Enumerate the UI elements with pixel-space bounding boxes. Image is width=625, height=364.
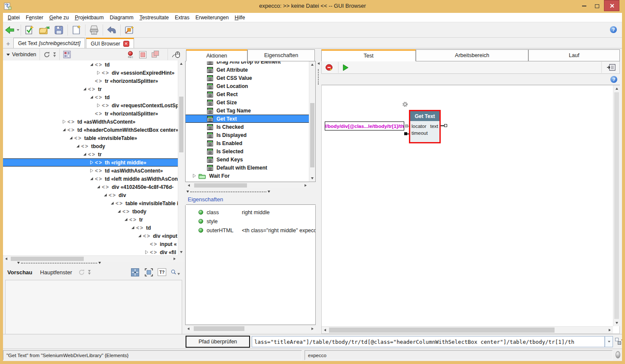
tree-expand-icon[interactable]: [89, 177, 94, 181]
tab-eigenschaften[interactable]: Eigenschaften: [247, 49, 315, 61]
properties-horizontal-scrollbar[interactable]: [185, 325, 316, 332]
verify-path-button[interactable]: Pfad überprüfen: [186, 336, 250, 348]
help-icon[interactable]: ?: [610, 26, 617, 33]
tree-vertical-scrollbar[interactable]: [178, 61, 184, 255]
menu-item-datei[interactable]: Datei: [5, 13, 23, 22]
scroll-down-icon[interactable]: [309, 175, 315, 182]
block-input-locator[interactable]: locator: [412, 124, 427, 129]
action-item-is-displayed[interactable]: Is Displayed: [186, 131, 315, 139]
property-row-style[interactable]: style: [186, 217, 315, 226]
actions-horizontal-scrollbar[interactable]: [186, 182, 309, 188]
action-item-get-rect[interactable]: Get Rect: [186, 90, 315, 98]
tree-item-div[interactable]: <>div «fil: [3, 248, 178, 255]
tree-horizontal-scrollbar[interactable]: [3, 255, 178, 262]
maximize-button[interactable]: [591, 1, 603, 11]
tree-expand-icon[interactable]: [130, 226, 135, 230]
action-item-is-selected[interactable]: Is Selected: [186, 147, 315, 155]
undo-button[interactable]: [104, 24, 119, 36]
scrollbar-thumb[interactable]: [310, 103, 314, 167]
action-item-get-css-value[interactable]: Get CSS Value: [186, 74, 315, 82]
scrollbar-thumb[interactable]: [329, 328, 555, 333]
menu-item-diagramm[interactable]: Diagramm: [107, 13, 137, 22]
tab-lauf[interactable]: Lauf: [528, 49, 620, 61]
action-item-get-location[interactable]: Get Location: [186, 82, 315, 90]
tree-item-td[interactable]: <>td «left middle asWidthAsCont: [3, 175, 178, 183]
tree-item-td[interactable]: <>td «asWidthAsContent»: [3, 118, 178, 126]
tree-item-td[interactable]: <>td «asWidthAsContent»: [3, 167, 178, 175]
canvas-vertical-scrollbar[interactable]: [613, 85, 620, 326]
text-output-connector[interactable]: [444, 124, 447, 127]
crosshair-locate-icon[interactable]: [130, 268, 140, 276]
refresh-button[interactable]: [43, 51, 51, 58]
tree-item-table[interactable]: <>table «invisibleTable»: [3, 134, 178, 142]
scrollbar-thumb[interactable]: [179, 97, 183, 152]
open-report-button[interactable]: [607, 64, 616, 71]
text-query-icon[interactable]: T?: [158, 268, 166, 276]
tree-expand-icon[interactable]: [96, 71, 101, 75]
new-document-button[interactable]: [69, 24, 84, 36]
scroll-right-icon[interactable]: [607, 327, 613, 334]
tree-expand-icon[interactable]: [61, 120, 67, 124]
action-item-send-keys[interactable]: Send Keys: [186, 155, 315, 164]
menu-item-extras[interactable]: Extras: [172, 13, 192, 22]
splitter-handle[interactable]: [318, 69, 319, 85]
property-row-outerhtml[interactable]: outerHTML<th class="right middle" expecc…: [186, 226, 315, 235]
preview-splitter-handle[interactable]: [17, 261, 101, 264]
tree-expand-icon[interactable]: [110, 201, 115, 205]
tree-item-tbody[interactable]: <>tbody: [3, 207, 178, 215]
scroll-right-icon[interactable]: [302, 182, 309, 188]
help-icon[interactable]: ?: [610, 76, 617, 83]
refresh-options-icon[interactable]: [53, 52, 56, 57]
tree-expand-icon[interactable]: [82, 87, 87, 91]
tree-expand-icon[interactable]: [123, 218, 128, 221]
add-tab-button[interactable]: +: [3, 39, 13, 48]
tree-expand-icon[interactable]: [89, 169, 94, 173]
back-dropdown-icon[interactable]: [17, 29, 19, 31]
tree-item-div[interactable]: <>div «requestContextLostSp: [3, 101, 178, 109]
block-title[interactable]: Get Text: [410, 111, 439, 121]
tree-expand-icon[interactable]: [103, 193, 108, 197]
tree-item-td[interactable]: <>td: [3, 61, 178, 69]
verify-document-button[interactable]: [22, 24, 37, 36]
action-item-get-tag-name[interactable]: Get Tag Name: [186, 106, 315, 115]
block-output-text[interactable]: text: [430, 124, 438, 129]
action-item-default-with-element[interactable]: Default with Element: [186, 164, 315, 172]
tab-close-icon[interactable]: [123, 41, 129, 47]
get-text-block[interactable]: Get Text locator text timeout: [409, 110, 441, 143]
back-button[interactable]: [5, 24, 19, 36]
preview-refresh-icon[interactable]: [78, 269, 85, 276]
property-row-class[interactable]: classright middle: [186, 208, 315, 217]
scroll-left-icon[interactable]: [322, 327, 328, 334]
panel-splitter[interactable]: [316, 49, 321, 334]
tree-item-td[interactable]: <>td «headerColumnWithSelectBox center»: [3, 126, 178, 134]
tree-item-tbody[interactable]: <>tbody: [3, 142, 178, 150]
preview-window-button[interactable]: Hauptfenster: [40, 269, 72, 276]
tree-item-div[interactable]: <>div «sessionExpiredHint»: [3, 69, 178, 77]
timeout-pin-connector[interactable]: [404, 132, 407, 135]
tab-arbeitsbereich[interactable]: Arbeitsbereich: [416, 49, 528, 61]
canvas-horizontal-scrollbar[interactable]: [322, 326, 613, 334]
tree-expand-icon[interactable]: [68, 136, 73, 140]
menu-item-gehe-zu[interactable]: Gehe zu: [46, 13, 72, 22]
tree-expand-icon[interactable]: [89, 95, 94, 99]
tree-expand-icon[interactable]: [96, 185, 101, 189]
folder-expand-icon[interactable]: [192, 174, 197, 178]
tree-expand-icon[interactable]: [137, 234, 142, 238]
minimize-button[interactable]: [578, 1, 590, 11]
scroll-up-icon[interactable]: [309, 61, 315, 68]
tab-test[interactable]: Test: [321, 49, 416, 61]
scrollbar-thumb[interactable]: [11, 257, 84, 261]
mouse-pick-button[interactable]: [171, 50, 181, 59]
tree-expand-icon[interactable]: [89, 161, 94, 164]
menu-item-fenster[interactable]: Fenster: [23, 13, 46, 22]
record-button[interactable]: REC: [128, 51, 133, 58]
doc-tab-gui-browser[interactable]: GUI Browser: [86, 38, 134, 48]
save-button[interactable]: [52, 24, 66, 36]
tree-item-div[interactable]: <>div: [3, 191, 178, 199]
tree-expand-icon[interactable]: [96, 103, 101, 107]
tree-item-tr[interactable]: <>tr: [3, 215, 178, 224]
tree-expand-icon[interactable]: [116, 209, 122, 213]
xpath-input[interactable]: lass="titleArea"]/table/tbody/tr/td[@cla…: [252, 336, 605, 347]
scroll-down-icon[interactable]: [178, 249, 184, 255]
menu-item-hilfe[interactable]: Hilfe: [232, 13, 248, 22]
